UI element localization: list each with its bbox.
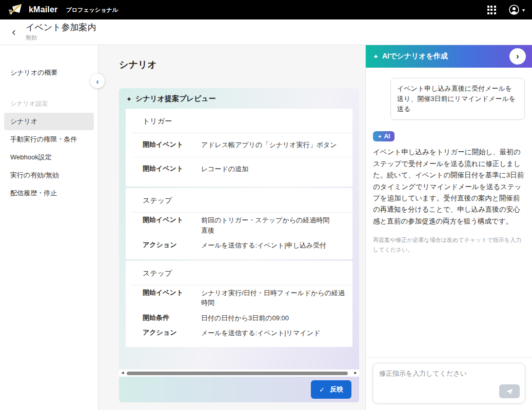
sidebar-item-enable-disable[interactable]: 実行の有効/無効 [4,167,94,184]
row-label: 開始条件 [143,313,201,323]
ai-badge: ✦ AI [373,131,395,141]
apply-button-label: 反映 [330,385,343,394]
send-icon [505,388,514,395]
preview-section-step2: ステップ 開始イベント シナリオ実行/日付・日時フィールドからの経過時間 開始条… [126,261,352,347]
page-header: ‹ イベント参加案内 無効 [0,19,532,45]
kmailer-logo-icon [7,3,24,16]
ai-response-text: イベント申し込みをトリガーに開始し、最初のステップで受付メールを送る流れに修正し… [373,147,525,227]
preview-card-body: トリガー 開始イベント アドレス帳アプリの「シナリオ実行」ボタン 開始イベント … [119,109,359,347]
preview-row: 開始イベント 前回のトリガー・ステップからの経過時間 直後 [126,213,352,238]
main-area: シナリオ ✦ シナリオ提案プレビュー トリガー 開始イベント アドレス帳アプリの… [98,45,365,410]
account-menu[interactable]: ▾ [508,4,525,15]
sparkle-icon: ✦ [378,134,382,139]
preview-card-header: ✦ シナリオ提案プレビュー [119,88,359,109]
check-icon: ✓ [319,386,325,394]
chevron-right-icon: › [516,52,519,61]
section-title: ステップ [132,263,352,285]
row-label: アクション [143,328,201,338]
row-value: 日付の日付から3日前の09:00 [201,313,347,323]
main-title: シナリオ [119,58,359,71]
caret-down-icon: ▾ [522,7,525,13]
back-button[interactable]: ‹ [8,27,19,38]
top-app-bar: kMailer プロフェッショナル ▾ [0,0,532,19]
user-avatar-icon [508,4,520,15]
send-button[interactable] [499,384,520,398]
preview-row: アクション メールを送信する:イベント|リマインド [126,325,352,341]
chevron-left-icon: ‹ [96,77,99,86]
row-label: 開始イベント [143,164,201,174]
edition-label: プロフェッショナル [66,6,118,14]
scenario-preview-card: ✦ シナリオ提案プレビュー トリガー 開始イベント アドレス帳アプリの「シナリオ… [119,88,359,402]
row-value: 前回のトリガー・ステップからの経過時間 直後 [201,215,347,235]
apps-grid-icon[interactable] [487,6,496,14]
ai-panel-header: ✦ AIでシナリオを作成 › [366,45,532,68]
scrollbar-track[interactable] [126,371,352,376]
page-title: イベント参加案内 [26,23,96,33]
sidebar-item-overview[interactable]: シナリオの概要 [0,64,98,82]
row-value: シナリオ実行/日付・日時フィールドからの経過時間 [201,288,347,308]
user-message-bubble: イベント申し込み直後に受付メールを送り、開催3日前にリマインドメールを送る [390,78,525,120]
sidebar-item-scenario[interactable]: シナリオ [4,113,94,130]
sidebar-collapse-button[interactable]: ‹ [90,74,105,88]
scrollbar-thumb[interactable] [127,372,348,375]
row-value: アドレス帳アプリの「シナリオ実行」ボタン [201,140,347,150]
preview-section-trigger: トリガー 開始イベント アドレス帳アプリの「シナリオ実行」ボタン 開始イベント … [126,109,352,187]
row-label: アクション [143,240,201,251]
brand-name: kMailer [29,5,58,14]
apply-button[interactable]: ✓ 反映 [311,380,351,399]
ai-response-note: 再提案や修正が必要な場合は改めてチャットで指示を入力してください。 [373,235,525,254]
preview-card-title: シナリオ提案プレビュー [135,94,216,104]
preview-row: アクション メールを送信する:イベント|申し込み受付 [126,238,352,253]
preview-card-footer: ✓ 反映 [119,377,359,402]
sidebar-section-label: シナリオ設定 [0,95,98,112]
preview-row: 開始条件 日付の日付から3日前の09:00 [126,311,352,326]
sparkle-icon: ✦ [126,95,132,103]
sidebar-item-webhook[interactable]: Webhook設定 [4,149,94,166]
row-label: 開始イベント [143,215,201,235]
row-label: 開始イベント [143,140,201,150]
ai-panel-title: AIでシナリオを作成 [382,52,448,61]
ai-panel: ✦ AIでシナリオを作成 › イベント申し込み直後に受付メールを送り、開催3日前… [365,45,532,410]
row-value: メールを送信する:イベント|申し込み受付 [201,240,347,251]
sidebar-item-delivery-history[interactable]: 配信履歴・停止 [4,184,94,202]
row-label: 開始イベント [143,288,201,308]
section-title: ステップ [132,190,352,213]
section-title: トリガー [132,111,352,133]
preview-row: 開始イベント シナリオ実行/日付・日時フィールドからの経過時間 [126,285,352,311]
chat-input-area [366,357,532,410]
row-value: レコードの追加 [201,164,347,174]
page-title-block: イベント参加案内 無効 [26,23,96,42]
sparkle-icon: ✦ [373,53,379,60]
chat-input-container [372,363,525,404]
row-value: メールを送信する:イベント|リマインド [201,328,347,338]
chat-history: イベント申し込み直後に受付メールを送り、開催3日前にリマインドメールを送る ✦ … [366,68,532,357]
chat-input[interactable] [379,369,519,386]
horizontal-scrollbar[interactable]: ◄ ► [119,370,359,377]
settings-sidebar: シナリオの概要 シナリオ設定 シナリオ 手動実行の権限・条件 Webhook設定… [0,45,98,410]
preview-section-step1: ステップ 開始イベント 前回のトリガー・ステップからの経過時間 直後 アクション… [126,188,352,259]
preview-row: 開始イベント アドレス帳アプリの「シナリオ実行」ボタン [132,133,352,157]
status-badge: 無効 [26,34,96,42]
scroll-right-arrow-icon[interactable]: ► [353,371,358,375]
preview-row: 開始イベント レコードの追加 [132,157,352,181]
panel-collapse-button[interactable]: › [509,48,526,65]
sidebar-item-manual-permissions[interactable]: 手動実行の権限・条件 [4,131,94,148]
scroll-left-arrow-icon[interactable]: ◄ [121,371,125,375]
